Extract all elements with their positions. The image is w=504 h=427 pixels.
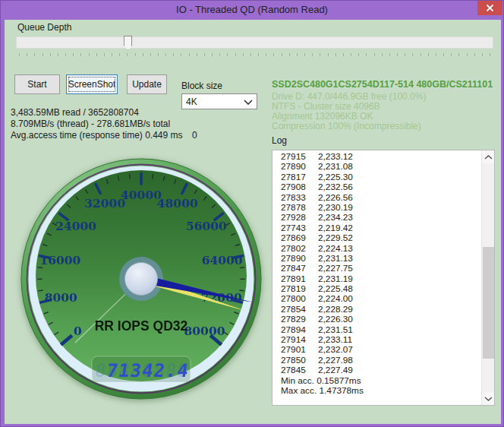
block-size-dropdown[interactable]: 4K <box>181 93 257 109</box>
block-size-selected: 4K <box>186 96 197 107</box>
window-title: IO - Threaded QD (Random Read) <box>1 1 503 20</box>
app-window: IO - Threaded QD (Random Read) Queue Dep… <box>0 0 504 427</box>
drive-detail-line: Drive D: 447.0/446.9GB free (100.0%) <box>272 91 426 102</box>
log-rows: 279152,233.12278902,231.08278172,225.302… <box>272 152 481 396</box>
gauge-scale-label: 24000 <box>55 219 96 233</box>
queue-depth-label: Queue Depth <box>17 22 71 33</box>
stat-speed: 8.709MB/s (thread) - 278.681MB/s total <box>11 119 170 129</box>
log-row: 279082,232.56 <box>272 182 481 192</box>
drive-detail-line: NTFS - Cluster size 4096B <box>272 101 380 112</box>
log-row: 278022,224.13 <box>272 244 481 254</box>
log-row: 278332,226.56 <box>272 193 481 203</box>
close-button[interactable] <box>477 1 502 15</box>
scrollbar-thumb[interactable] <box>483 247 494 359</box>
log-row: 277432,219.42 <box>272 223 481 233</box>
stat-read: 3,483.59MB read / 3652808704 <box>11 107 139 118</box>
log-row: 278902,231.13 <box>272 254 481 264</box>
gauge-scale-label: 48000 <box>157 196 198 210</box>
scroll-down-button[interactable] <box>482 392 495 405</box>
gauge-scale-label: 40000 <box>121 188 162 202</box>
log-row: 278902,231.08 <box>272 162 481 172</box>
log-row: 278472,227.75 <box>272 264 481 274</box>
log-row: 279282,234.23 <box>272 213 481 223</box>
gauge-tick <box>38 290 43 291</box>
window-body: Queue Depth Start ScreenShot Update Bloc… <box>5 20 501 424</box>
log-footer-row: Max acc. 1.47378ms <box>272 386 481 396</box>
gauge-scale-label: 8000 <box>45 290 77 305</box>
queue-depth-slider-track[interactable] <box>16 36 493 49</box>
gauge-tick <box>38 267 43 268</box>
gauge-title: RR IOPS QD32 <box>95 318 188 334</box>
scroll-up-button[interactable] <box>482 150 495 163</box>
gauge-tick <box>240 267 244 268</box>
log-row: 278542,228.29 <box>272 305 481 315</box>
block-size-label: Block size <box>181 81 222 91</box>
log-listbox[interactable]: 279152,233.12278902,231.08278172,225.302… <box>272 150 495 406</box>
log-row: 279012,232.07 <box>272 345 481 355</box>
gauge-scale-label: 32000 <box>84 196 125 210</box>
scroll-down-icon <box>484 397 493 401</box>
drive-detail-line: Alignment 132096KB OK <box>272 111 373 122</box>
log-row: 278782,230.19 <box>272 203 481 213</box>
drive-detail-line: Compression 100% (Incompressible) <box>272 121 421 131</box>
screenshot-button[interactable]: ScreenShot <box>66 74 118 94</box>
log-row: 278292,226.30 <box>272 315 481 324</box>
stat-access-time: Avg.access time (response time) 0.449 ms <box>11 130 183 141</box>
log-footer-row: Min acc. 0.15877ms <box>272 376 481 386</box>
chevron-down-icon <box>244 100 253 105</box>
title-bar: IO - Threaded QD (Random Read) <box>1 1 503 20</box>
log-row: 278502,227.98 <box>272 356 481 365</box>
log-row: 278942,231.51 <box>272 325 481 335</box>
log-label: Log <box>272 135 287 146</box>
gauge-scale-label: 64000 <box>202 253 243 267</box>
scroll-up-icon <box>484 155 493 160</box>
gauge-scale-label: 16000 <box>39 253 80 267</box>
gauge-scale-label: 0 <box>74 324 82 338</box>
log-row: 279142,233.11 <box>272 335 481 345</box>
log-row: 279152,233.12 <box>272 152 481 162</box>
gauge-tick <box>129 174 130 179</box>
drive-model: SSD2SC480G1CS2754D117-514 480GB/CS211101 <box>272 79 493 90</box>
start-button[interactable]: Start <box>14 74 60 94</box>
update-button[interactable]: Update <box>127 74 167 94</box>
gauge-tick <box>153 174 153 179</box>
log-row: 278002,224.00 <box>272 294 481 304</box>
queue-depth-slider-ticks <box>19 53 491 57</box>
gauge-hub <box>125 263 158 296</box>
gauge-scale-label: 80000 <box>184 324 225 338</box>
log-row: 278172,225.30 <box>272 172 481 182</box>
stat-queue-value: 0 <box>192 130 197 141</box>
gauge-scale-label: 56000 <box>186 219 227 233</box>
close-icon <box>486 5 494 11</box>
log-row: 278192,225.48 <box>272 284 481 294</box>
iops-gauge: 0800016000240003200040000480005600064000… <box>20 157 263 400</box>
gauge-display-value: 71342.4 <box>93 360 190 381</box>
log-row: 278912,231.19 <box>272 274 481 284</box>
log-row: 278452,227.49 <box>272 365 481 375</box>
log-row: 278692,229.52 <box>272 233 481 243</box>
log-scrollbar[interactable] <box>481 150 494 405</box>
